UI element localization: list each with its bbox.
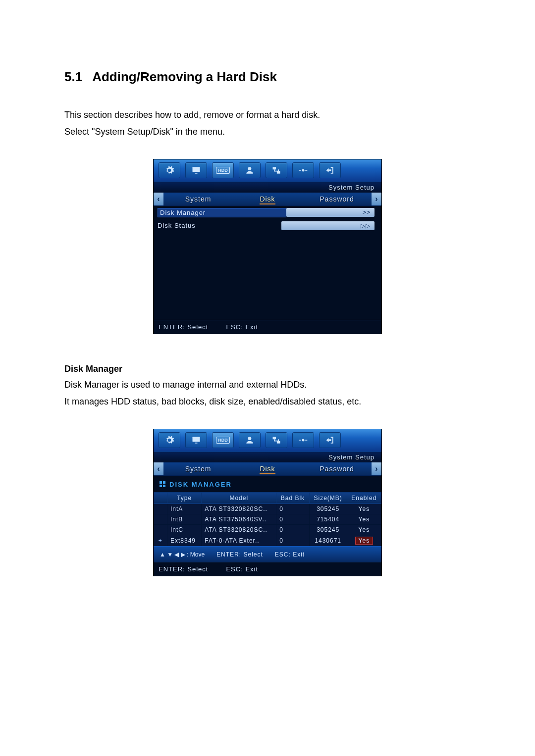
section-heading: 5.1Adding/Removing a Hard Disk (64, 69, 471, 85)
figure-system-setup-disk: HDD System Setup ‹ System Disk Password … (64, 159, 471, 334)
tab-scroll-left[interactable]: ‹ (154, 193, 163, 205)
footer-enter: ENTER: Select (159, 323, 208, 331)
footer-esc: ESC: Exit (226, 323, 258, 331)
cell-model: ATA ST3320820SC.. (202, 504, 276, 514)
tab-scroll-right[interactable]: › (372, 193, 381, 205)
col-model: Model (202, 492, 276, 504)
svg-rect-0 (193, 167, 200, 172)
dvr-toolbar: HDD (154, 159, 381, 182)
footer-esc: ESC: Exit (226, 565, 258, 573)
col-badblk: Bad Blk (276, 492, 309, 504)
cell-enabled[interactable]: Yes (347, 514, 381, 524)
col-size: Size(MB) (309, 492, 347, 504)
disk-table: Type Model Bad Blk Size(MB) Enabled IntA… (154, 492, 381, 546)
svg-rect-6 (193, 437, 200, 442)
dvr-panel: HDD System Setup ‹ System Disk Password … (153, 429, 382, 576)
user-icon[interactable] (239, 432, 261, 448)
svg-point-11 (302, 439, 305, 441)
figure-disk-manager: HDD System Setup ‹ System Disk Password … (64, 429, 471, 576)
tab-password[interactable]: Password (302, 193, 372, 205)
cell-plus (154, 524, 167, 535)
table-row[interactable]: IntC ATA ST3320820SC.. 0 305245 Yes (154, 524, 381, 535)
breadcrumb: System Setup (154, 452, 381, 462)
cell-model: ATA ST3320820SC.. (202, 524, 276, 535)
footer-enter: ENTER: Select (159, 565, 208, 573)
svg-point-2 (248, 167, 252, 170)
cell-bad: 0 (276, 524, 309, 535)
nav-enter: ENTER: Select (216, 551, 263, 558)
cell-plus (154, 514, 167, 524)
tab-system[interactable]: System (163, 193, 233, 205)
network-icon[interactable] (266, 162, 287, 178)
col-type: Type (167, 492, 202, 504)
system-icon[interactable] (292, 162, 314, 178)
cell-size: 305245 (309, 504, 347, 514)
nav-move: ▲ ▼ ◀ ▶ : Move (160, 551, 205, 558)
dvr-panel: HDD System Setup ‹ System Disk Password … (153, 159, 382, 334)
grid-icon (160, 481, 165, 487)
tab-system[interactable]: System (163, 462, 233, 475)
tab-disk[interactable]: Disk (233, 193, 302, 205)
dvr-toolbar: HDD (154, 429, 381, 452)
hdd-icon[interactable]: HDD (212, 162, 234, 178)
exit-icon[interactable] (319, 432, 341, 448)
col-enabled: Enabled (347, 492, 381, 504)
tab-bar: ‹ System Disk Password › (154, 462, 381, 476)
menu-item-label: Disk Manager (158, 208, 286, 217)
tab-password[interactable]: Password (302, 462, 372, 475)
cell-bad: 0 (276, 514, 309, 524)
tab-disk[interactable]: Disk (233, 462, 302, 475)
menu-item-disk-status[interactable]: Disk Status ▷▷ (154, 219, 381, 232)
subheading-disk-manager: Disk Manager (64, 364, 471, 374)
exit-icon[interactable] (319, 162, 341, 178)
gear-icon[interactable] (159, 432, 180, 448)
cell-model: FAT-0-ATA Exter.. (202, 535, 276, 546)
cell-type: IntC (167, 524, 202, 535)
tab-bar: ‹ System Disk Password › (154, 193, 381, 206)
sub-line-2: It manages HDD status, bad blocks, disk … (64, 395, 471, 409)
col-plus (154, 492, 167, 504)
panel-title: DISK MANAGER (154, 476, 381, 492)
cell-plus: + (154, 535, 167, 546)
gear-icon[interactable] (159, 162, 180, 178)
hdd-icon[interactable]: HDD (212, 432, 234, 448)
table-row[interactable]: IntB ATA ST3750640SV.. 0 715404 Yes (154, 514, 381, 524)
svg-point-5 (302, 169, 305, 171)
table-row[interactable]: IntA ATA ST3320820SC.. 0 305245 Yes (154, 504, 381, 514)
tab-scroll-left[interactable]: ‹ (154, 462, 163, 475)
display-icon[interactable] (185, 432, 207, 448)
network-icon[interactable] (266, 432, 287, 448)
system-icon[interactable] (292, 432, 314, 448)
disk-manager-body: DISK MANAGER Type Model Bad Blk Size(MB)… (154, 476, 381, 562)
svg-point-8 (248, 437, 252, 440)
cell-type: IntB (167, 514, 202, 524)
svg-rect-7 (195, 443, 198, 444)
table-header-row: Type Model Bad Blk Size(MB) Enabled (154, 492, 381, 504)
cell-bad: 0 (276, 535, 309, 546)
svg-rect-3 (273, 167, 276, 169)
cell-model: ATA ST3750640SV.. (202, 514, 276, 524)
breadcrumb: System Setup (154, 182, 381, 193)
menu-item-label: Disk Status (158, 222, 281, 229)
intro-line-1: This section describes how to add, remov… (64, 108, 471, 122)
nav-esc: ESC: Exit (275, 551, 305, 558)
section-number: 5.1 (64, 69, 82, 84)
user-icon[interactable] (239, 162, 261, 178)
cell-enabled[interactable]: Yes (347, 535, 381, 546)
cell-bad: 0 (276, 504, 309, 514)
menu-item-value: >> (286, 208, 374, 217)
tab-scroll-right[interactable]: › (372, 462, 381, 475)
cell-type: Ext8349 (167, 535, 202, 546)
sub-line-1: Disk Manager is used to manage internal … (64, 378, 471, 392)
disk-menu-body: Disk Manager >> Disk Status ▷▷ (154, 206, 381, 320)
cell-size: 305245 (309, 524, 347, 535)
cell-enabled[interactable]: Yes (347, 524, 381, 535)
menu-item-disk-manager[interactable]: Disk Manager >> (154, 206, 381, 219)
table-row[interactable]: + Ext8349 FAT-0-ATA Exter.. 0 1430671 Ye… (154, 535, 381, 546)
cell-enabled[interactable]: Yes (347, 504, 381, 514)
display-icon[interactable] (185, 162, 207, 178)
intro-line-2: Select "System Setup/Disk" in the menu. (64, 125, 471, 139)
dvr-footer: ENTER: Select ESC: Exit (154, 320, 381, 334)
section-title: Adding/Removing a Hard Disk (92, 69, 277, 84)
cell-size: 715404 (309, 514, 347, 524)
